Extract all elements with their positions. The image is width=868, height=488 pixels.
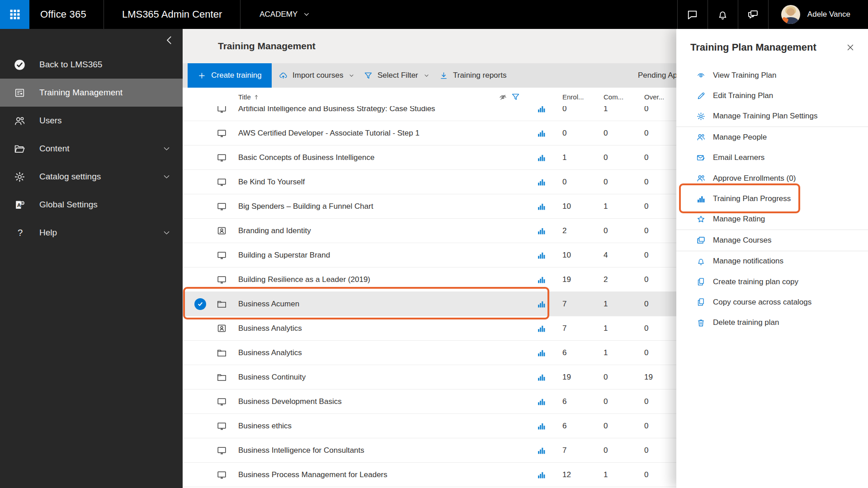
panel-item-create-training-plan-copy[interactable]: Create training plan copy: [676, 272, 868, 292]
panel-item-copy-course-across-catalogs[interactable]: Copy course across catalogs: [676, 292, 868, 312]
table-row-be-kind-to-yourself[interactable]: Be Kind To Yourself000: [183, 170, 676, 194]
people-icon: [696, 132, 706, 142]
close-panel-button[interactable]: [845, 42, 855, 52]
pencil-icon: [696, 91, 706, 101]
progress-chart-icon[interactable]: [537, 177, 546, 187]
panel-title: Training Plan Management: [690, 42, 816, 53]
panel-item-manage-notifications[interactable]: Manage notifications: [676, 251, 868, 272]
table-row-business-development-basics[interactable]: Business Development Basics600: [183, 389, 676, 414]
table-row-business-analytics[interactable]: Business Analytics710: [183, 316, 676, 341]
sidebar-item-users[interactable]: Users: [0, 107, 183, 135]
table-row-business-ethics[interactable]: Business ethics600: [183, 414, 676, 438]
panel-item-manage-people[interactable]: Manage People: [676, 127, 868, 147]
column-title-label: Title: [238, 88, 251, 106]
panel-item-view-training-plan[interactable]: View Training Plan: [676, 65, 868, 85]
completed-count: 2: [604, 275, 608, 284]
hide-preview-icon[interactable]: [498, 92, 508, 102]
brand-office365[interactable]: Office 365: [29, 9, 104, 20]
panel-item-manage-courses[interactable]: Manage Courses: [676, 230, 868, 251]
import-courses-label: Import courses: [292, 71, 343, 80]
account-menu[interactable]: Adele Vance: [769, 5, 868, 24]
table-row-building-a-superstar-brand[interactable]: Building a Superstar Brand1040: [183, 243, 676, 267]
table-row-business-process-management-for-leaders[interactable]: Business Process Management for Leaders1…: [183, 463, 676, 487]
chat-button[interactable]: [678, 0, 708, 29]
completed-count: 1: [604, 324, 608, 333]
trash-icon: [696, 318, 706, 328]
column-header-enrolled[interactable]: Enrol...: [562, 88, 584, 106]
table-row-big-spenders-building-a-funnel-chart[interactable]: Big Spenders – Building a Funnel Chart10…: [183, 194, 676, 219]
chevron-left-icon: [164, 34, 175, 46]
progress-chart-icon[interactable]: [537, 446, 546, 455]
app-launcher-button[interactable]: [0, 0, 29, 29]
enrolled-count: 7: [562, 324, 566, 333]
table-row-aws-certified-developer-associate-tutorial-step-1[interactable]: AWS Certified Developer - Associate Tuto…: [183, 121, 676, 145]
progress-chart-icon[interactable]: [537, 250, 546, 260]
catalog-switcher[interactable]: ACADEMY: [241, 10, 319, 19]
sidebar-item-label: Training Management: [39, 88, 123, 98]
page-title: Training Management: [218, 29, 316, 63]
table-row-business-intelligence-for-consultants[interactable]: Business Intelligence for Consultants700: [183, 438, 676, 463]
progress-chart-icon[interactable]: [537, 299, 546, 309]
panel-item-delete-training-plan[interactable]: Delete training plan: [676, 313, 868, 333]
close-icon: [845, 42, 855, 52]
table-row-artificial-intelligence-and-business-strategy-case-studies[interactable]: Artificial Intelligence and Business Str…: [183, 106, 676, 121]
completed-count: 0: [604, 153, 608, 162]
courses-icon: [696, 235, 706, 245]
sidebar-item-content[interactable]: Content: [0, 135, 183, 163]
panel-item-edit-training-plan[interactable]: Edit Training Plan: [676, 85, 868, 106]
progress-chart-icon[interactable]: [537, 470, 546, 479]
progress-chart-icon[interactable]: [537, 275, 546, 284]
progress-chart-icon[interactable]: [537, 106, 546, 113]
sidebar-item-training-management[interactable]: Training Management: [0, 79, 183, 107]
sidebar-item-global-settings[interactable]: AGlobal Settings: [0, 191, 183, 219]
progress-chart-icon[interactable]: [537, 348, 546, 357]
copy-icon: [696, 297, 706, 307]
enrolled-count: 10: [562, 251, 571, 260]
select-filter-button[interactable]: Select Filter: [363, 63, 429, 88]
eye-icon: [696, 70, 706, 80]
brand-lms365-admin-center[interactable]: LMS365 Admin Center: [104, 9, 240, 20]
table-row-business-continuity[interactable]: Business Continuity19019: [183, 365, 676, 389]
filter-icon[interactable]: [511, 92, 520, 102]
import-courses-button[interactable]: Import courses: [278, 63, 354, 88]
progress-chart-icon[interactable]: [537, 372, 546, 382]
progress-chart-icon[interactable]: [537, 324, 546, 333]
create-training-button[interactable]: Create training: [188, 63, 272, 88]
sidebar-item-catalog-settings[interactable]: Catalog settings: [0, 163, 183, 191]
progress-chart-icon[interactable]: [537, 397, 546, 406]
overdue-count: 0: [644, 153, 648, 162]
table-row-business-acumen[interactable]: Business Acumen710: [183, 292, 676, 316]
column-header-completed[interactable]: Com...: [604, 88, 623, 106]
panel-item-manage-rating[interactable]: Manage Rating: [676, 209, 868, 230]
panel-item-label: Training Plan Progress: [713, 194, 791, 203]
progress-chart-icon[interactable]: [537, 153, 546, 162]
overdue-count: 0: [644, 300, 648, 309]
pending-approvals-button[interactable]: Pending Ap: [638, 63, 677, 88]
column-header-title[interactable]: Title: [238, 88, 259, 106]
notifications-button[interactable]: [708, 0, 738, 29]
column-header-overdue[interactable]: Over...: [644, 88, 664, 106]
sidebar-collapse-button[interactable]: [164, 34, 175, 46]
progress-chart-icon[interactable]: [537, 226, 546, 235]
course-type-icon: [216, 106, 227, 114]
panel-item-approve-enrollments-0[interactable]: Approve Enrollments (0): [676, 168, 868, 188]
panel-item-manage-training-plan-settings[interactable]: Manage Training Plan Settings: [676, 106, 868, 127]
selected-check-icon[interactable]: [194, 298, 206, 310]
table-row-basic-concepts-of-business-intelligence[interactable]: Basic Concepts of Business Intelligence1…: [183, 145, 676, 170]
training-reports-button[interactable]: Training reports: [439, 63, 506, 88]
table-row-branding-and-identity[interactable]: Branding and Identity200: [183, 219, 676, 243]
panel-item-label: Create training plan copy: [713, 277, 798, 286]
sidebar-item-label: Catalog settings: [39, 172, 101, 182]
progress-chart-icon[interactable]: [537, 421, 546, 431]
sidebar-item-help[interactable]: ?Help: [0, 219, 183, 247]
table-row-building-resilience-as-a-leader-2019[interactable]: Building Resilience as a Leader (2019)19…: [183, 267, 676, 292]
row-title: Building a Superstar Brand: [238, 251, 330, 260]
sidebar-item-back-to-lms365[interactable]: Back to LMS365: [0, 51, 183, 79]
progress-chart-icon[interactable]: [537, 202, 546, 211]
progress-chart-icon[interactable]: [537, 128, 546, 138]
panel-item-email-learners[interactable]: Email Learners: [676, 148, 868, 168]
feedback-button[interactable]: [738, 0, 768, 29]
training-reports-label: Training reports: [453, 71, 506, 80]
table-row-business-analytics[interactable]: Business Analytics610: [183, 341, 676, 365]
panel-item-training-plan-progress[interactable]: Training Plan Progress: [676, 188, 868, 209]
